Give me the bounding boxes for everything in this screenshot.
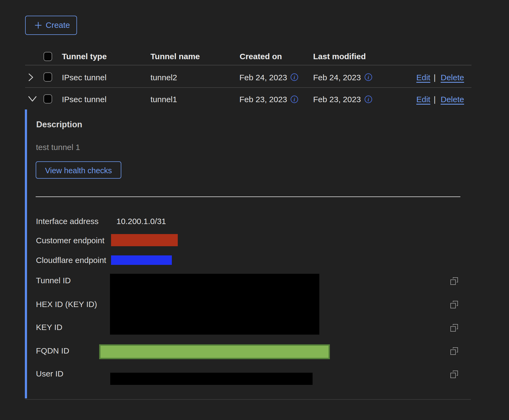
svg-text:i: i <box>368 75 369 80</box>
svg-text:i: i <box>294 75 295 80</box>
svg-text:i: i <box>368 97 369 102</box>
svg-text:i: i <box>294 97 295 102</box>
